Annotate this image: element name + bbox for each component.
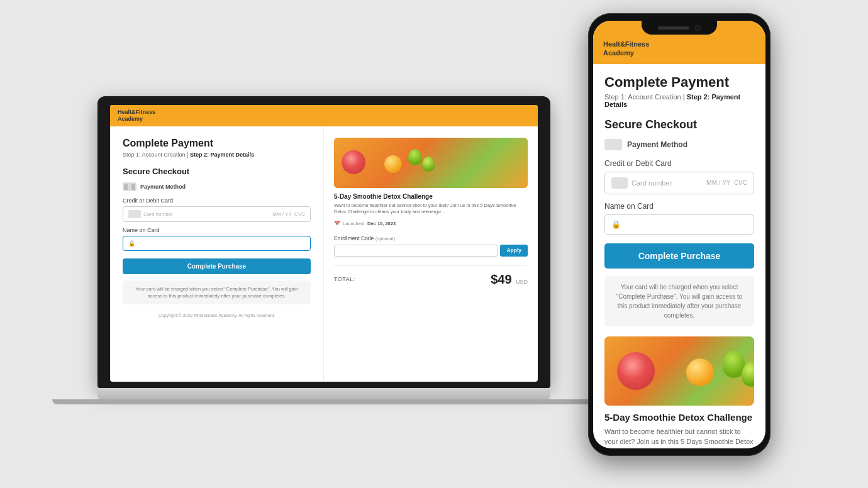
disclaimer-text: Your card will be charged when you selec…: [123, 280, 311, 305]
laptop-header: Healt&Fitness Academy: [110, 105, 538, 126]
copyright-text: Copyright © 2022 Mindfulness Academy. Al…: [123, 313, 311, 318]
phone-secure-checkout: Secure Checkout: [604, 118, 754, 131]
total-amount: $49: [491, 272, 511, 286]
card-number-placeholder: Card number: [143, 211, 270, 217]
credit-card-icon: [123, 182, 136, 191]
apply-button[interactable]: Apply: [500, 245, 528, 257]
grapefruit-graphic: [342, 150, 365, 174]
phone-payment-label: Payment Method: [627, 140, 687, 149]
card-chip-icon: [128, 210, 141, 218]
steps-text: Step 1: Account Creation | Step 2: Payme…: [123, 152, 311, 158]
fruit-background: [334, 138, 528, 188]
launch-date: Dec 10, 2023: [367, 221, 396, 226]
phone-expiry-cvc: MM / YY CVC: [706, 179, 747, 186]
enrollment-code-input[interactable]: [334, 245, 498, 257]
product-image: [334, 138, 528, 188]
phone-payment-method-row: Payment Method: [604, 139, 754, 150]
product-title: 5-Day Smoothie Detox Challenge: [334, 193, 528, 200]
product-description: Want to become healthier but cannot stic…: [334, 202, 528, 216]
complete-purchase-button[interactable]: Complete Purchase: [123, 258, 311, 274]
phone-card-placeholder: Card number: [632, 179, 703, 187]
lock-icon: 🔒: [128, 240, 135, 247]
laptop-right-panel: 5-Day Smoothie Detox Challenge Want to b…: [324, 126, 538, 382]
lime-graphic: [408, 149, 422, 165]
laptop-bezel: Healt&Fitness Academy Complete Payment S…: [97, 96, 550, 388]
phone-orange-graphic: [686, 358, 714, 386]
name-card-label: Name on Card: [123, 227, 311, 233]
phone-page-title: Complete Payment: [604, 74, 754, 91]
credit-card-label: Credit or Debit Card: [123, 197, 311, 204]
phone-bezel: Healt&Fitness Academy Complete Payment S…: [588, 13, 771, 456]
phone-screen: Healt&Fitness Academy Complete Payment S…: [593, 21, 765, 448]
laptop-foot: [52, 399, 596, 404]
total-row: TOTAL: $49 USD: [334, 265, 528, 287]
laptop-device: Healt&Fitness Academy Complete Payment S…: [97, 96, 550, 404]
card-number-field[interactable]: Card number MM / YY CVC: [123, 206, 311, 222]
phone-product-description: Want to become healthier but cannot stic…: [604, 426, 754, 448]
payment-method-label: Payment Method: [140, 184, 186, 190]
total-label: TOTAL:: [334, 276, 355, 282]
laptop-screen: Healt&Fitness Academy Complete Payment S…: [110, 105, 538, 382]
phone-name-field[interactable]: 🔒: [604, 214, 754, 235]
secure-checkout-title: Secure Checkout: [123, 167, 311, 176]
phone-camera: [694, 25, 701, 31]
total-currency: USD: [516, 279, 528, 285]
card-expiry: MM / YY CVC: [272, 211, 305, 217]
phone-card-chip-icon: [611, 177, 628, 189]
page-title: Complete Payment: [123, 138, 311, 149]
phone-complete-purchase-button[interactable]: Complete Purchase: [604, 243, 754, 269]
phone-credit-card-label: Credit or Debit Card: [604, 159, 754, 168]
calendar-icon: 📅: [334, 221, 340, 226]
optional-label: (optional): [376, 236, 395, 241]
laptop-left-panel: Complete Payment Step 1: Account Creatio…: [110, 126, 324, 382]
brand-logo: Healt&Fitness Academy: [118, 109, 155, 123]
total-price: $49 USD: [491, 272, 528, 287]
phone-content: Complete Payment Step 1: Account Creatio…: [593, 64, 765, 448]
orange-graphic: [384, 155, 402, 173]
phone-product-title: 5-Day Smoothie Detox Challenge: [604, 412, 754, 423]
phone-disclaimer: Your card will be charged when you selec…: [604, 276, 754, 326]
phone-lock-icon: 🔒: [611, 220, 621, 229]
payment-method-row: Payment Method: [123, 182, 311, 191]
phone-fruit-background: [604, 336, 754, 406]
phone-device: Healt&Fitness Academy Complete Payment S…: [588, 13, 771, 456]
phone-product-image: [604, 336, 754, 406]
name-on-card-field[interactable]: 🔒: [123, 236, 311, 251]
lime2-graphic: [422, 157, 435, 172]
phone-card-icon: [604, 139, 622, 150]
phone-grapefruit-graphic: [617, 352, 655, 390]
phone-steps-text: Step 1: Account Creation | Step 2: Payme…: [604, 93, 754, 108]
phone-brand-logo: Healt&Fitness Academy: [603, 40, 755, 58]
phone-notch: [642, 21, 717, 35]
phone-speaker: [658, 26, 689, 30]
phone-name-label: Name on Card: [604, 202, 754, 211]
phone-card-number-field[interactable]: Card number MM / YY CVC: [604, 172, 754, 194]
enrollment-label: Enrollment Code (optional): [334, 235, 528, 241]
enrollment-row: Apply: [334, 245, 528, 257]
launch-date-row: 📅 Launched: Dec 10, 2023: [334, 221, 528, 226]
laptop-content: Complete Payment Step 1: Account Creatio…: [110, 126, 538, 382]
laptop-base: [97, 388, 550, 399]
